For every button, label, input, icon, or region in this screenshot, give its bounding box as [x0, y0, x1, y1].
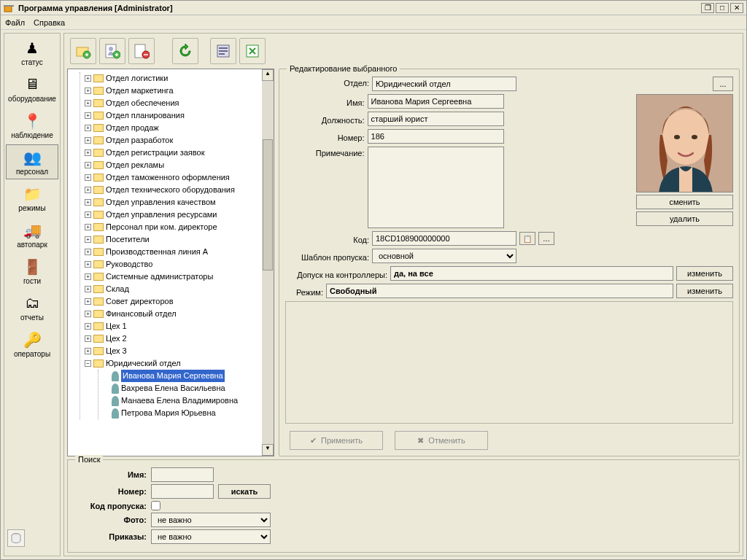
tree-dept-node[interactable]: +Отдел регистрации заявок — [85, 147, 259, 159]
collapse-icon[interactable]: − — [85, 360, 91, 367]
mode-change-button[interactable]: изменить — [676, 284, 733, 298]
sidebar-item-fleet[interactable]: 🚚автопарк — [6, 217, 58, 252]
tree-dept-node[interactable]: +Отдел технического оборудования — [85, 184, 259, 196]
add-folder-button[interactable] — [70, 38, 96, 64]
tree-dept-node[interactable]: +Отдел продаж — [85, 122, 259, 134]
sidebar-item-operators[interactable]: 🔑операторы — [6, 327, 58, 362]
number-field[interactable] — [368, 129, 504, 144]
tree-person-node[interactable]: Петрова Мария Юрьевна — [103, 407, 259, 419]
close-icon[interactable]: ✕ — [730, 3, 743, 13]
org-tree[interactable]: +Отдел логистики+Отдел маркетинга+Отдел … — [68, 69, 262, 456]
access-change-button[interactable]: изменить — [676, 266, 733, 281]
expand-icon[interactable]: + — [85, 100, 91, 106]
tree-dept-node[interactable]: +Посетители — [85, 233, 259, 246]
tree-dept-node[interactable]: +Отдел логистики — [85, 72, 259, 85]
tree-dept-node[interactable]: +Отдел таможенного оформления — [85, 171, 259, 184]
tree-person-node[interactable]: Иванова Мария Сергеевна — [103, 370, 259, 382]
expand-icon[interactable]: + — [85, 112, 91, 119]
change-photo-button[interactable]: сменить — [636, 195, 733, 209]
expand-icon[interactable]: + — [85, 174, 91, 181]
add-user-button[interactable] — [99, 38, 125, 64]
expand-icon[interactable]: + — [85, 335, 91, 342]
template-select[interactable]: основной — [372, 249, 516, 263]
paste-code-icon[interactable]: 📋 — [519, 232, 535, 245]
scroll-up-icon[interactable]: ▲ — [262, 69, 274, 81]
tree-dept-node[interactable]: +Отдел планирования — [85, 109, 259, 122]
scroll-thumb[interactable] — [263, 139, 273, 271]
tree-dept-node[interactable]: −Юридический отдел — [85, 357, 259, 370]
tree-dept-node[interactable]: +Руководство — [85, 258, 259, 271]
expand-icon[interactable]: + — [85, 224, 91, 230]
name-field[interactable] — [368, 94, 504, 109]
tree-dept-node[interactable]: +Отдел рекламы — [85, 159, 259, 171]
tree-dept-node[interactable]: +Отдел обеспечения — [85, 97, 259, 109]
menu-file[interactable]: Файл — [5, 18, 25, 27]
expand-icon[interactable]: + — [85, 311, 91, 317]
tree-scrollbar[interactable]: ▲ ▼ — [262, 69, 274, 456]
refresh-button[interactable] — [172, 38, 198, 64]
search-code-checkbox[interactable] — [151, 501, 160, 510]
tree-person-node[interactable]: Вахрева Елена Васильевна — [103, 382, 259, 394]
sidebar-item-personnel[interactable]: 👥персонал — [6, 144, 58, 179]
sidebar-item-guests[interactable]: 🚪гости — [6, 254, 58, 289]
search-orders-select[interactable]: не важно — [151, 529, 271, 544]
sidebar-item-reports[interactable]: 🗂отчеты — [6, 290, 58, 325]
tree-dept-node[interactable]: +Отдел маркетинга — [85, 85, 259, 97]
expand-icon[interactable]: + — [85, 236, 91, 243]
tree-dept-node[interactable]: +Персонал при ком. директоре — [85, 221, 259, 233]
sidebar-item-modes[interactable]: 📁режимы — [6, 181, 58, 216]
expand-icon[interactable]: + — [85, 348, 91, 354]
cancel-button[interactable]: ✖ Отменить — [395, 431, 488, 450]
restore-icon[interactable]: ❐ — [701, 3, 714, 13]
scroll-down-icon[interactable]: ▼ — [262, 444, 274, 456]
sidebar-item-status[interactable]: ♟статус — [6, 35, 58, 70]
tree-dept-node[interactable]: +Цех 3 — [85, 345, 259, 357]
expand-icon[interactable]: + — [85, 323, 91, 330]
expand-icon[interactable]: + — [85, 249, 91, 255]
expand-icon[interactable]: + — [85, 88, 91, 94]
expand-icon[interactable]: + — [85, 75, 91, 82]
delete-photo-button[interactable]: удалить — [636, 211, 733, 226]
expand-icon[interactable]: + — [85, 211, 91, 218]
tree-dept-node[interactable]: +Производственная линия А — [85, 246, 259, 258]
expand-icon[interactable]: + — [85, 273, 91, 280]
otdel-field[interactable] — [372, 77, 516, 91]
expand-icon[interactable]: + — [85, 187, 91, 193]
database-icon[interactable] — [7, 529, 25, 547]
expand-icon[interactable]: + — [85, 261, 91, 268]
sidebar-item-equipment[interactable]: 🖥оборудование — [6, 71, 58, 106]
sidebar-item-monitoring[interactable]: 📍наблюдение — [6, 108, 58, 143]
expand-icon[interactable]: + — [85, 125, 91, 131]
delete-button[interactable] — [128, 38, 155, 64]
code-more-icon[interactable]: … — [538, 232, 554, 245]
expand-icon[interactable]: + — [85, 162, 91, 168]
tree-dept-node[interactable]: +Отдел управления ресурсами — [85, 209, 259, 221]
code-field[interactable] — [372, 231, 516, 246]
expand-icon[interactable]: + — [85, 298, 91, 305]
expand-icon[interactable]: + — [85, 149, 91, 156]
expand-icon[interactable]: + — [85, 286, 91, 292]
search-number-input[interactable] — [151, 484, 214, 499]
search-photo-select[interactable]: не важно — [151, 513, 271, 527]
tree-dept-node[interactable]: +Цех 2 — [85, 332, 259, 345]
tree-dept-node[interactable]: +Склад — [85, 283, 259, 295]
expand-icon[interactable]: + — [85, 137, 91, 144]
maximize-icon[interactable]: □ — [716, 3, 729, 13]
dolzh-field[interactable] — [368, 112, 504, 126]
expand-icon[interactable]: + — [85, 199, 91, 206]
config-button[interactable] — [210, 38, 236, 64]
otdel-browse-button[interactable]: ... — [713, 77, 733, 91]
tree-person-node[interactable]: Манаева Елена Владимировна — [103, 394, 259, 407]
apply-button[interactable]: ✔ Применить — [290, 431, 383, 450]
export-excel-button[interactable] — [239, 38, 266, 64]
search-name-input[interactable] — [151, 467, 214, 482]
tree-dept-node[interactable]: +Финансовый отдел — [85, 308, 259, 320]
menu-help[interactable]: Справка — [34, 18, 65, 27]
search-button[interactable]: искать — [218, 484, 271, 499]
note-field[interactable] — [368, 147, 504, 228]
tree-dept-node[interactable]: +Системные администраторы — [85, 271, 259, 283]
tree-dept-node[interactable]: +Отдел управления качеством — [85, 196, 259, 209]
tree-dept-node[interactable]: +Цех 1 — [85, 320, 259, 332]
tree-dept-node[interactable]: +Совет директоров — [85, 295, 259, 308]
tree-dept-node[interactable]: +Отдел разработок — [85, 134, 259, 147]
